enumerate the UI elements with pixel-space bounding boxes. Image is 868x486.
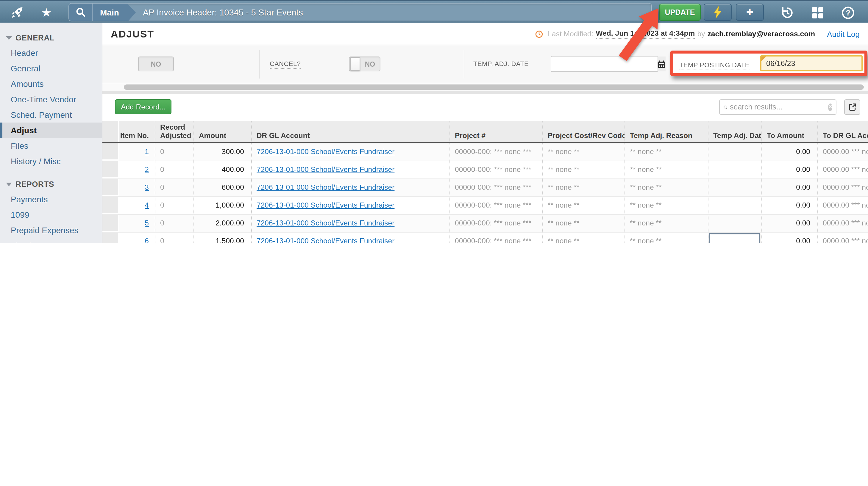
table-row: 4 0 1,000.00 7206-13-01-000 School/Event… (102, 197, 868, 215)
chevron-down-icon (6, 183, 12, 186)
annotation-highlight-box: TEMP POSTING DATE (670, 51, 867, 76)
page-title: ADJUST (111, 29, 154, 40)
external-link-icon (848, 103, 857, 111)
temp-adj-date-input[interactable] (551, 57, 657, 71)
adjust-table: Item No. Record Adjusted Amount DR GL Ac… (102, 121, 868, 243)
sidebar-item-files[interactable]: Files (0, 138, 102, 154)
temp-adj-date-label: TEMP. ADJ. DATE (473, 60, 529, 67)
calendar-icon[interactable] (657, 57, 665, 71)
page-breadcrumb-title: AP Invoice Header: 10345 - 5 Star Events (127, 4, 303, 21)
add-button[interactable]: + (736, 4, 764, 21)
row-handle[interactable] (102, 179, 119, 196)
quick-actions-button[interactable] (704, 4, 732, 21)
help-icon[interactable]: ? (841, 5, 855, 20)
search-icon[interactable] (69, 4, 93, 21)
horizontal-scrollbar-top (102, 83, 868, 91)
clock-icon (535, 30, 543, 38)
sidebar-item-history-misc[interactable]: History / Misc (0, 154, 102, 169)
table-header-row: Item No. Record Adjusted Amount DR GL Ac… (102, 121, 868, 143)
scrollbar-thumb[interactable] (124, 85, 864, 90)
focused-cell-outline[interactable] (709, 233, 760, 243)
gl-account-link[interactable]: 7206-13-01-000 School/Events Fundraiser (256, 148, 395, 156)
sidebar-item-one-time-vendor[interactable]: One-Time Vendor (0, 92, 102, 107)
clear-search-icon[interactable]: ✕ (828, 103, 832, 111)
col-temp-adj-reason[interactable]: Temp Adj. Reason (625, 121, 708, 142)
last-modified-date: Wed, Jun 14, 2023 at 4:34pm (596, 29, 695, 39)
col-project[interactable]: Project # (450, 121, 543, 142)
rocket-icon[interactable] (10, 5, 24, 20)
update-button[interactable]: UPDATE (659, 4, 701, 21)
last-modified-label: Last Modified: (548, 30, 593, 38)
col-record-adjusted[interactable]: Record Adjusted (155, 121, 194, 142)
col-temp-adj-date[interactable]: Temp Adj. Date (708, 121, 762, 142)
table-row: 6 0 1,500.00 7206-13-01-000 School/Event… (102, 233, 868, 243)
row-handle[interactable] (102, 143, 119, 161)
gl-account-link[interactable]: 7206-13-01-000 School/Events Fundraiser (256, 237, 395, 243)
gl-account-link[interactable]: 7206-13-01-000 School/Events Fundraiser (256, 183, 395, 192)
gl-account-link[interactable]: 7206-13-01-000 School/Events Fundraiser (256, 219, 395, 227)
item-no-link[interactable]: 3 (145, 183, 149, 192)
sidebar-item-fixed-assets[interactable]: Fixed Assets (0, 238, 102, 243)
row-handle[interactable] (102, 233, 119, 243)
sidebar-item-prepaid-expenses[interactable]: Prepaid Expenses (0, 223, 102, 238)
sidebar-item-1099[interactable]: 1099 (0, 207, 102, 223)
modified-by-user: zach.tremblay@veracross.com (707, 30, 815, 38)
sidebar-item-general[interactable]: General (0, 61, 102, 76)
col-to-amount[interactable]: To Amount (762, 121, 818, 142)
temp-adj-date-cell[interactable] (708, 179, 762, 196)
sidebar-item-adjust[interactable]: Adjust (0, 123, 102, 138)
gl-account-link[interactable]: 7206-13-01-000 School/Events Fundraiser (256, 165, 395, 174)
temp-posting-date-input[interactable] (762, 59, 863, 67)
add-record-button[interactable]: Add Record... (115, 99, 172, 114)
star-icon[interactable]: ★ (39, 5, 54, 20)
temp-adj-date-cell[interactable] (708, 197, 762, 214)
open-external-button[interactable] (844, 99, 860, 115)
sidebar-item-header[interactable]: Header (0, 45, 102, 61)
page-header: ADJUST Last Modified: Wed, Jun 14, 2023 … (102, 23, 868, 45)
temp-posting-date-field (760, 55, 863, 71)
search-results-box: ✕ (719, 99, 836, 115)
chevron-down-icon (6, 36, 12, 40)
sidebar-item-sched-payment[interactable]: Sched. Payment (0, 107, 102, 123)
sidebar-section-general[interactable]: GENERAL (0, 31, 102, 45)
col-project-cost-rev[interactable]: Project Cost/Rev Code (543, 121, 625, 142)
sidebar-section-reports[interactable]: REPORTS (0, 177, 102, 192)
lightning-icon (713, 6, 722, 19)
col-to-dr-gl-account[interactable]: To DR GL Account (818, 121, 868, 142)
temp-adj-date-field (551, 56, 658, 72)
audit-log-link[interactable]: Audit Log (827, 29, 860, 38)
by-label: by (697, 30, 705, 38)
item-no-link[interactable]: 1 (145, 148, 149, 156)
temp-adj-date-cell[interactable] (708, 143, 762, 161)
item-no-link[interactable]: 6 (145, 237, 149, 243)
col-dr-gl-account[interactable]: DR GL Account (252, 121, 450, 142)
row-handle[interactable] (102, 161, 119, 179)
sidebar-item-payments[interactable]: Payments (0, 192, 102, 207)
temp-posting-date-label: TEMP POSTING DATE (679, 61, 749, 70)
item-no-link[interactable]: 5 (145, 219, 149, 227)
history-icon[interactable] (780, 5, 794, 20)
apps-grid-icon[interactable] (810, 5, 825, 20)
grid-toolbar: Add Record... ✕ (102, 94, 868, 121)
app-window: ★ Main AP Invoice Header: 10345 - 5 Star… (0, 0, 868, 243)
svg-text:?: ? (845, 8, 850, 17)
row-handle[interactable] (102, 197, 119, 214)
gl-account-link[interactable]: 7206-13-01-000 School/Events Fundraiser (256, 201, 395, 209)
temp-adj-date-cell-focused[interactable] (708, 233, 762, 243)
breadcrumb: Main AP Invoice Header: 10345 - 5 Star E… (68, 3, 652, 22)
cancel-toggle[interactable]: NO (349, 57, 380, 71)
search-input[interactable] (727, 103, 828, 111)
item-no-link[interactable]: 2 (145, 165, 149, 174)
cancel-label: CANCEL? (270, 60, 301, 69)
col-item-no[interactable]: Item No. (119, 121, 155, 142)
sidebar-item-amounts[interactable]: Amounts (0, 76, 102, 92)
toggle-unnamed[interactable]: NO (138, 57, 174, 71)
temp-adj-date-cell[interactable] (708, 215, 762, 232)
table-row: 5 0 2,000.00 7206-13-01-000 School/Event… (102, 215, 868, 233)
col-amount[interactable]: Amount (194, 121, 252, 142)
toggle-knob (350, 57, 360, 71)
temp-adj-date-cell[interactable] (708, 161, 762, 179)
tab-main[interactable]: Main (93, 4, 127, 21)
item-no-link[interactable]: 4 (145, 201, 149, 209)
row-handle[interactable] (102, 215, 119, 232)
